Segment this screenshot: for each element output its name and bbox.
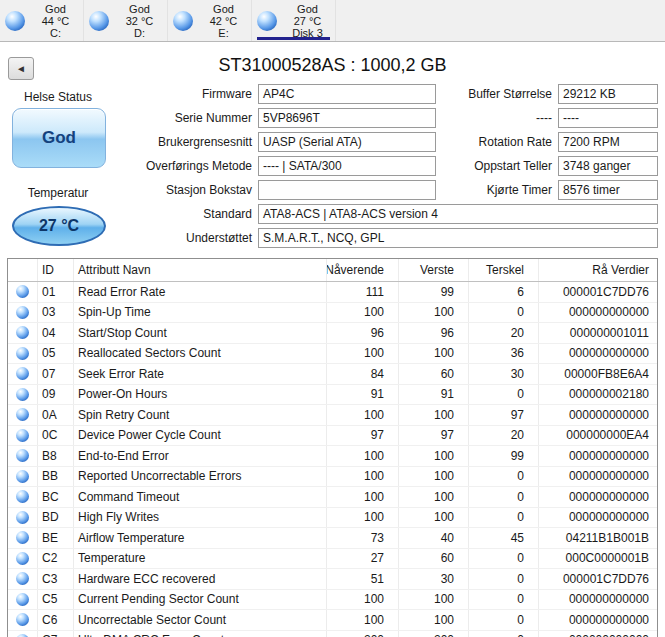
header-threshold: Terskel [469, 259, 539, 281]
attribute-status-orb-icon [16, 593, 29, 606]
attribute-name: End-to-End Error [74, 446, 327, 466]
header-attribute-name: Attributt Navn [74, 259, 327, 281]
field-label: Overførings Metode [140, 159, 258, 173]
attribute-status-orb-icon [16, 347, 29, 360]
table-row[interactable]: 0C Device Power Cycle Count 97 97 20 000… [8, 426, 657, 447]
crystaldiskinfo-window: God 44 °C C: God 32 °C D: God 42 °C E: [0, 0, 665, 637]
field-value: AP4C [258, 84, 436, 104]
table-row[interactable]: 05 Reallocated Sectors Count 100 100 36 … [8, 344, 657, 365]
table-row[interactable]: C6 Uncorrectable Sector Count 100 100 0 … [8, 610, 657, 631]
attribute-id: BC [38, 487, 74, 507]
attribute-raw-value: 000000000EA4 [539, 426, 657, 446]
field-buffer-size: Buffer Størrelse 29212 KB [440, 84, 658, 104]
table-row[interactable]: BE Airflow Temperature 73 40 45 04211B1B… [8, 528, 657, 549]
table-row[interactable]: C3 Hardware ECC recovered 51 30 0 000001… [8, 569, 657, 590]
tab-temperature: 32 °C [112, 15, 167, 27]
attribute-id: C7 [38, 631, 74, 637]
attribute-threshold: 0 [469, 467, 539, 487]
attribute-raw-value: 000000002180 [539, 385, 657, 405]
table-row[interactable]: C2 Temperature 27 60 0 000C0000001B [8, 549, 657, 570]
table-row[interactable]: BC Command Timeout 100 100 0 00000000000… [8, 487, 657, 508]
temperature-badge: 27 °C [12, 206, 106, 246]
table-row[interactable]: 03 Spin-Up Time 100 100 0 000000000000 [8, 303, 657, 324]
attribute-current: 96 [327, 323, 399, 343]
attribute-current: 100 [327, 344, 399, 364]
field-label: Stasjon Bokstav [140, 183, 258, 197]
field-label: Rotation Rate [440, 135, 558, 149]
tab-status: God [196, 3, 251, 15]
attribute-current: 100 [327, 446, 399, 466]
attribute-current: 97 [327, 426, 399, 446]
drive-tab-d[interactable]: God 32 °C D: [84, 0, 168, 41]
health-status-button[interactable]: God [12, 108, 106, 168]
field-label: ---- [440, 111, 558, 125]
table-row[interactable]: 07 Seek Error Rate 84 60 30 00000FB8E6A4 [8, 364, 657, 385]
table-row[interactable]: BD High Fly Writes 100 100 0 00000000000… [8, 508, 657, 529]
attribute-worst: 40 [399, 528, 469, 548]
drive-tab-disk3[interactable]: God 27 °C Disk 3 [252, 0, 336, 41]
attribute-name: Temperature [74, 549, 327, 569]
attribute-status-cell [8, 487, 38, 507]
attribute-raw-value: 000000000000 [539, 610, 657, 630]
field-standard: Standard ATA8-ACS | ATA8-ACS version 4 [140, 204, 658, 224]
attribute-status-cell [8, 303, 38, 323]
table-header: ID Attributt Navn Nåverende Verste Tersk… [8, 259, 657, 282]
attribute-status-cell [8, 508, 38, 528]
attribute-id: 05 [38, 344, 74, 364]
attribute-status-cell [8, 549, 38, 569]
attribute-worst: 100 [399, 303, 469, 323]
attribute-raw-value: 00000FB8E6A4 [539, 364, 657, 384]
attribute-raw-value: 000000000000 [539, 631, 657, 637]
attribute-status-cell [8, 385, 38, 405]
table-row[interactable]: 01 Read Error Rate 111 99 6 000001C7DD76 [8, 282, 657, 303]
attribute-id: 07 [38, 364, 74, 384]
attribute-threshold: 0 [469, 508, 539, 528]
table-row[interactable]: C5 Current Pending Sector Count 100 100 … [8, 590, 657, 611]
attribute-worst: 99 [399, 282, 469, 302]
field-label: Understøttet [140, 231, 258, 245]
smart-table-rows: 01 Read Error Rate 111 99 6 000001C7DD76… [8, 282, 657, 637]
attribute-worst: 100 [399, 610, 469, 630]
attribute-id: C6 [38, 610, 74, 630]
attribute-status-orb-icon [16, 367, 29, 380]
field-value: ATA8-ACS | ATA8-ACS version 4 [258, 204, 658, 224]
field-power-on-count: Oppstart Teller 3748 ganger [440, 156, 658, 176]
attribute-status-orb-icon [16, 306, 29, 319]
table-row[interactable]: B8 End-to-End Error 100 100 99 000000000… [8, 446, 657, 467]
drive-tab-c[interactable]: God 44 °C C: [0, 0, 84, 41]
attribute-id: C5 [38, 590, 74, 610]
attribute-id: BB [38, 467, 74, 487]
attribute-status-orb-icon [16, 326, 29, 339]
field-rotation-rate: Rotation Rate 7200 RPM [440, 132, 658, 152]
drive-tab-e[interactable]: God 42 °C E: [168, 0, 252, 41]
field-label: Standard [140, 207, 258, 221]
table-row[interactable]: BB Reported Uncorrectable Errors 100 100… [8, 467, 657, 488]
attribute-name: Seek Error Rate [74, 364, 327, 384]
table-row[interactable]: 09 Power-On Hours 91 91 0 000000002180 [8, 385, 657, 406]
attribute-id: 0A [38, 405, 74, 425]
attribute-status-cell [8, 405, 38, 425]
attribute-status-orb-icon [16, 613, 29, 626]
field-value: 8576 timer [558, 180, 658, 200]
drive-tab-bar: God 44 °C C: God 32 °C D: God 42 °C E: [0, 0, 665, 42]
attribute-name: Current Pending Sector Count [74, 590, 327, 610]
attribute-current: 91 [327, 385, 399, 405]
header-status-column [8, 259, 38, 281]
attribute-name: Command Timeout [74, 487, 327, 507]
attribute-status-orb-icon [16, 552, 29, 565]
attribute-name: Reported Uncorrectable Errors [74, 467, 327, 487]
field-label: Kjørte Timer [440, 183, 558, 197]
attribute-status-cell [8, 323, 38, 343]
attribute-status-cell [8, 631, 38, 637]
table-row[interactable]: 04 Start/Stop Count 96 96 20 00000000101… [8, 323, 657, 344]
attribute-raw-value: 000001C7DD76 [539, 569, 657, 589]
attribute-name: Power-On Hours [74, 385, 327, 405]
disk-status-orb-icon [257, 11, 277, 31]
table-row[interactable]: C7 UltraDMA CRC Error Count 200 200 0 00… [8, 631, 657, 637]
attribute-threshold: 45 [469, 528, 539, 548]
tab-status: God [112, 3, 167, 15]
info-fields-middle: Firmware AP4C Serie Nummer 5VP8696T Bruk… [140, 84, 436, 204]
tab-drive-letter: D: [112, 27, 167, 39]
field-value: 29212 KB [558, 84, 658, 104]
table-row[interactable]: 0A Spin Retry Count 100 100 97 000000000… [8, 405, 657, 426]
